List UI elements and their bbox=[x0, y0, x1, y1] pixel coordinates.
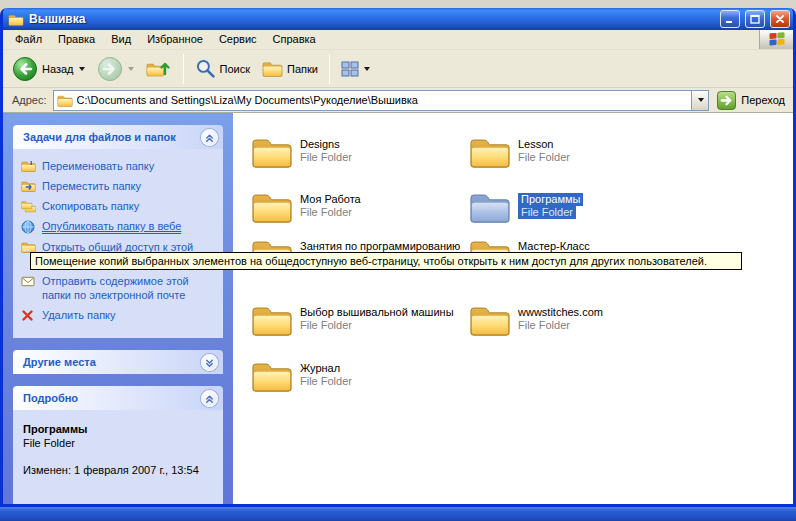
menu-tools[interactable]: Сервис bbox=[211, 30, 265, 49]
file-type: File Folder bbox=[300, 151, 352, 164]
expand-button[interactable] bbox=[201, 354, 218, 371]
minimize-icon bbox=[725, 14, 735, 24]
file-tile-vybor-mashiny[interactable]: Выбор вышивальной машины File Folder bbox=[251, 299, 461, 339]
taskbar[interactable] bbox=[0, 507, 796, 521]
details-header[interactable]: Подробно bbox=[13, 386, 223, 410]
menu-bar: Файл Правка Вид Избранное Сервис Справка bbox=[3, 30, 793, 50]
back-icon bbox=[12, 56, 38, 82]
go-button[interactable]: Переход bbox=[715, 91, 787, 110]
publish-web-icon bbox=[21, 220, 36, 234]
file-tile-lesson[interactable]: Lesson File Folder bbox=[469, 131, 679, 171]
task-delete-folder[interactable]: Удалить папку bbox=[21, 308, 215, 322]
file-name: Lesson bbox=[518, 138, 553, 151]
back-button[interactable]: Назад bbox=[7, 54, 90, 84]
views-icon bbox=[341, 61, 359, 77]
forward-icon bbox=[97, 56, 123, 82]
collapse-button[interactable] bbox=[201, 390, 218, 407]
file-tile-programmy-selected[interactable]: Программы File Folder bbox=[469, 186, 679, 226]
maximize-icon bbox=[750, 14, 760, 24]
chevron-up-icon bbox=[204, 132, 215, 143]
window-folder-icon bbox=[8, 13, 24, 26]
other-places-header[interactable]: Другие места bbox=[13, 350, 223, 374]
file-type: File Folder bbox=[518, 319, 570, 332]
copy-folder-icon bbox=[21, 200, 36, 213]
panel-file-tasks: Задачи для файлов и папок Переименовать … bbox=[13, 125, 223, 338]
menu-edit[interactable]: Правка bbox=[50, 30, 103, 49]
folder-icon bbox=[251, 359, 293, 392]
task-move-folder[interactable]: Переместить папку bbox=[21, 179, 215, 193]
folder-icon bbox=[251, 135, 293, 168]
details-file-name: Программы bbox=[23, 422, 213, 436]
menu-help[interactable]: Справка bbox=[265, 30, 324, 49]
views-button[interactable] bbox=[336, 59, 375, 79]
search-icon bbox=[195, 58, 216, 79]
folders-button[interactable]: Папки bbox=[257, 58, 323, 79]
task-rename-folder[interactable]: Переименовать папку bbox=[21, 159, 215, 173]
back-label: Назад bbox=[42, 63, 74, 75]
panel-other-places: Другие места bbox=[13, 350, 223, 374]
menu-favorites[interactable]: Избранное bbox=[139, 30, 211, 49]
folder-icon bbox=[469, 303, 511, 336]
file-type: File Folder bbox=[300, 206, 352, 219]
address-bar: Адрес: C:\Documents and Settings\Liza\My… bbox=[3, 88, 793, 113]
windows-flag-icon bbox=[768, 32, 786, 47]
menu-view[interactable]: Вид bbox=[103, 30, 139, 49]
windows-logo bbox=[759, 30, 793, 49]
details-title: Подробно bbox=[23, 392, 78, 404]
task-label: Скопировать папку bbox=[42, 199, 139, 213]
folder-icon bbox=[251, 190, 293, 223]
minimize-button[interactable] bbox=[720, 10, 740, 28]
file-tile-moya-rabota[interactable]: Моя Работа File Folder bbox=[251, 186, 461, 226]
task-email-folder[interactable]: Отправить содержимое этой папки по элект… bbox=[21, 274, 215, 302]
maximize-button[interactable] bbox=[745, 10, 765, 28]
file-tasks-body: Переименовать папку Переместить папку Ск… bbox=[13, 149, 223, 338]
file-tile-wwwstitches[interactable]: wwwstitches.com File Folder bbox=[469, 299, 679, 339]
task-publish-folder-web[interactable]: Опубликовать папку в вебе bbox=[21, 219, 215, 234]
file-name: Designs bbox=[300, 138, 340, 151]
folders-icon bbox=[262, 60, 283, 77]
menu-file[interactable]: Файл bbox=[7, 30, 50, 49]
file-name: wwwstitches.com bbox=[518, 306, 603, 319]
tooltip: Помещение копий выбранных элементов на о… bbox=[30, 252, 742, 270]
back-dropdown-icon bbox=[79, 67, 85, 71]
views-dropdown-icon bbox=[364, 67, 370, 71]
window-title: Вышивка bbox=[29, 12, 715, 26]
task-label: Переместить папку bbox=[42, 179, 141, 193]
folders-label: Папки bbox=[287, 63, 318, 75]
rename-folder-icon bbox=[21, 160, 36, 172]
close-button[interactable] bbox=[770, 10, 790, 28]
move-folder-icon bbox=[21, 180, 36, 192]
file-type: File Folder bbox=[300, 375, 352, 388]
details-body: Программы File Folder Изменен: 1 февраля… bbox=[13, 410, 223, 504]
collapse-button[interactable] bbox=[201, 129, 218, 146]
chevron-down-icon bbox=[204, 357, 215, 368]
desktop: { "window": { "title": "Вышивка" }, "men… bbox=[0, 0, 796, 521]
main-area: Задачи для файлов и папок Переименовать … bbox=[3, 113, 793, 504]
search-button[interactable]: Поиск bbox=[190, 56, 255, 81]
file-list-area: Designs File Folder Lesson File Folder М… bbox=[233, 113, 793, 504]
file-tasks-title: Задачи для файлов и папок bbox=[23, 131, 176, 143]
up-button[interactable] bbox=[141, 55, 177, 82]
file-name: Программы bbox=[518, 193, 583, 206]
folder-icon bbox=[251, 303, 293, 336]
address-dropdown-button[interactable] bbox=[691, 91, 708, 110]
delete-icon bbox=[21, 309, 36, 322]
address-input[interactable]: C:\Documents and Settings\Liza\My Docume… bbox=[53, 90, 710, 111]
toolbar-separator bbox=[329, 54, 330, 84]
file-tasks-header[interactable]: Задачи для файлов и папок bbox=[13, 125, 223, 149]
search-label: Поиск bbox=[220, 63, 250, 75]
task-label: Опубликовать папку в вебе bbox=[42, 219, 181, 234]
toolbar: Назад Поиск Папки bbox=[3, 50, 793, 88]
address-path: C:\Documents and Settings\Liza\My Docume… bbox=[77, 94, 688, 106]
task-label: Переименовать папку bbox=[42, 159, 154, 173]
go-icon bbox=[717, 91, 736, 110]
task-copy-folder[interactable]: Скопировать папку bbox=[21, 199, 215, 213]
toolbar-separator bbox=[183, 54, 184, 84]
file-tile-zhurnal[interactable]: Журнал File Folder bbox=[251, 355, 461, 395]
file-tile-designs[interactable]: Designs File Folder bbox=[251, 131, 461, 171]
forward-button[interactable] bbox=[92, 54, 139, 84]
details-file-type: File Folder bbox=[23, 436, 213, 450]
title-bar[interactable]: Вышивка bbox=[3, 8, 793, 30]
address-label: Адрес: bbox=[12, 94, 47, 106]
address-folder-icon bbox=[57, 94, 73, 107]
